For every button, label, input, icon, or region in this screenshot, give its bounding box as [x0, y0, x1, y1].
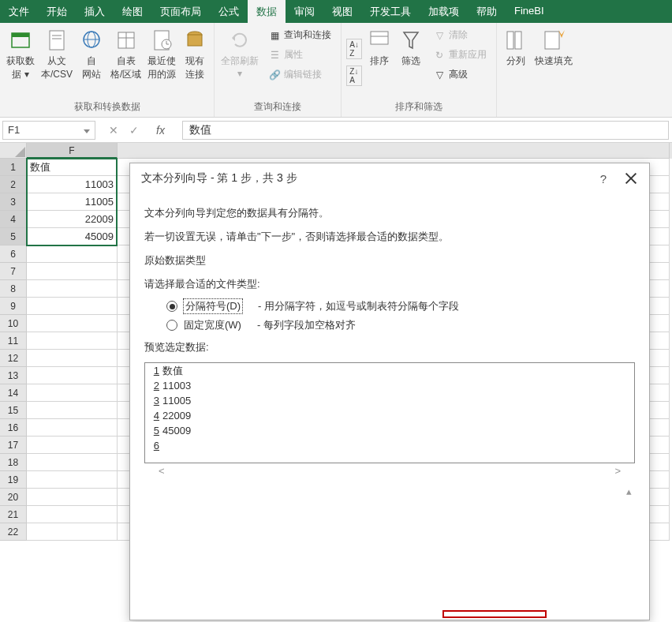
- row-header[interactable]: 6: [0, 245, 27, 263]
- queries-connections-button[interactable]: ▦查询和连接: [263, 27, 336, 43]
- edit-links-button[interactable]: 🔗编辑链接: [263, 66, 336, 83]
- select-all-corner[interactable]: [0, 143, 27, 159]
- row-header[interactable]: 9: [0, 298, 27, 315]
- row-header[interactable]: 14: [0, 384, 27, 402]
- cell[interactable]: [27, 280, 118, 298]
- refresh-all-button[interactable]: 全部刷新▾: [218, 25, 262, 99]
- svg-rect-16: [188, 35, 202, 46]
- cell[interactable]: [27, 402, 118, 419]
- row-header[interactable]: 13: [0, 367, 27, 384]
- cell[interactable]: [27, 506, 118, 523]
- row-header[interactable]: 1: [0, 159, 27, 176]
- accept-formula-icon[interactable]: ✓: [129, 124, 139, 137]
- ribbon-tab-文件[interactable]: 文件: [0, 0, 38, 23]
- cell[interactable]: [27, 523, 118, 541]
- row-header[interactable]: 8: [0, 280, 27, 298]
- row-header[interactable]: 20: [0, 489, 27, 506]
- filter-button[interactable]: 筛选: [395, 25, 427, 99]
- col-header-F[interactable]: F: [27, 143, 118, 159]
- fx-icon[interactable]: fx: [150, 124, 171, 137]
- formula-input[interactable]: 数值: [182, 121, 669, 140]
- radio-delimited-label[interactable]: 分隔符号(D): [184, 299, 242, 313]
- cell[interactable]: [27, 332, 118, 350]
- row-header[interactable]: 16: [0, 419, 27, 437]
- from-text-csv-button[interactable]: 从文本/CSV: [38, 25, 76, 99]
- col-header[interactable]: [118, 143, 670, 159]
- row-header[interactable]: 17: [0, 437, 27, 454]
- get-data-label: 获取数据 ▾: [6, 54, 35, 81]
- cell[interactable]: [27, 454, 118, 471]
- cancel-formula-icon[interactable]: ✕: [109, 124, 118, 137]
- cell[interactable]: [27, 298, 118, 315]
- row-header[interactable]: 5: [0, 228, 27, 245]
- row-header[interactable]: 11: [0, 332, 27, 350]
- from-table-range-button[interactable]: 自表格/区域: [107, 25, 144, 99]
- row-header[interactable]: 19: [0, 471, 27, 489]
- radio-fixed-width[interactable]: [166, 320, 177, 331]
- ribbon-tab-审阅[interactable]: 审阅: [286, 0, 323, 23]
- ribbon-tab-页面布局[interactable]: 页面布局: [151, 0, 210, 23]
- cell[interactable]: [27, 384, 118, 402]
- get-data-button[interactable]: 获取数据 ▾: [3, 25, 38, 99]
- radio-delimited[interactable]: [166, 301, 177, 312]
- name-box[interactable]: F1: [2, 121, 95, 140]
- reapply-button[interactable]: ↻重新应用: [428, 47, 491, 63]
- ribbon-tab-开始[interactable]: 开始: [38, 0, 76, 23]
- ribbon-tab-数据[interactable]: 数据: [248, 0, 286, 23]
- sort-button[interactable]: 排序: [364, 25, 395, 99]
- cell[interactable]: [27, 437, 118, 454]
- ribbon-tab-插入[interactable]: 插入: [76, 0, 114, 23]
- from-web-button[interactable]: 自网站: [76, 25, 107, 99]
- cell[interactable]: [27, 315, 118, 332]
- existing-connections-button[interactable]: 现有连接: [179, 25, 211, 99]
- text-to-columns-button[interactable]: 分列: [500, 25, 532, 101]
- sort-az-button[interactable]: A↓Z: [346, 39, 362, 59]
- dialog-title: 文本分列向导 - 第 1 步，共 3 步: [141, 171, 600, 185]
- ribbon-tab-绘图[interactable]: 绘图: [114, 0, 151, 23]
- cell[interactable]: [27, 367, 118, 384]
- ribbon-tab-FineBI[interactable]: FineBI: [506, 0, 553, 23]
- scroll-right-icon[interactable]: >: [614, 465, 621, 477]
- row-header[interactable]: 2: [0, 176, 27, 193]
- clear-filter-button[interactable]: ▽清除: [428, 27, 491, 43]
- ribbon-tab-公式[interactable]: 公式: [210, 0, 248, 23]
- cell[interactable]: 11003: [27, 176, 118, 193]
- cell[interactable]: [27, 263, 118, 280]
- cell[interactable]: [27, 471, 118, 489]
- recent-sources-button[interactable]: 最近使用的源: [144, 25, 179, 99]
- cell[interactable]: 22009: [27, 211, 118, 228]
- next-button-highlight[interactable]: [442, 610, 547, 618]
- cell[interactable]: [27, 419, 118, 437]
- radio-fixed-width-label[interactable]: 固定宽度(W): [184, 318, 241, 332]
- row-header[interactable]: 7: [0, 263, 27, 280]
- row-header[interactable]: 4: [0, 211, 27, 228]
- ribbon-tab-加载项[interactable]: 加载项: [420, 0, 468, 23]
- scroll-up-icon[interactable]: ▴: [626, 485, 632, 497]
- cell[interactable]: [27, 350, 118, 367]
- row-header[interactable]: 22: [0, 523, 27, 541]
- ribbon-group-queries: 全部刷新▾ ▦查询和连接 ☰属性 🔗编辑链接 查询和连接: [215, 23, 342, 117]
- scroll-left-icon[interactable]: <: [159, 465, 165, 477]
- dialog-close-icon[interactable]: [624, 171, 638, 185]
- cell[interactable]: 数值: [27, 159, 118, 176]
- ribbon-tab-视图[interactable]: 视图: [323, 0, 361, 23]
- properties-button[interactable]: ☰属性: [263, 47, 336, 63]
- group-sort-filter-label: 排序和筛选: [345, 99, 493, 117]
- cell[interactable]: 45009: [27, 228, 118, 245]
- row-header[interactable]: 10: [0, 315, 27, 332]
- cell[interactable]: [27, 245, 118, 263]
- ribbon-tab-开发工具[interactable]: 开发工具: [361, 0, 420, 23]
- advanced-filter-button[interactable]: ▽高级: [428, 66, 491, 83]
- flash-fill-button[interactable]: 快速填充: [532, 25, 576, 101]
- row-header[interactable]: 12: [0, 350, 27, 367]
- sort-za-button[interactable]: Z↓A: [346, 66, 362, 86]
- cell[interactable]: [27, 489, 118, 506]
- row-header[interactable]: 21: [0, 506, 27, 523]
- row-header[interactable]: 15: [0, 402, 27, 419]
- ribbon-tab-帮助[interactable]: 帮助: [468, 0, 506, 23]
- dialog-choose-label: 请选择最合适的文件类型:: [144, 275, 635, 293]
- cell[interactable]: 11005: [27, 193, 118, 211]
- row-header[interactable]: 18: [0, 454, 27, 471]
- row-header[interactable]: 3: [0, 193, 27, 211]
- dialog-help-icon[interactable]: ?: [600, 172, 607, 185]
